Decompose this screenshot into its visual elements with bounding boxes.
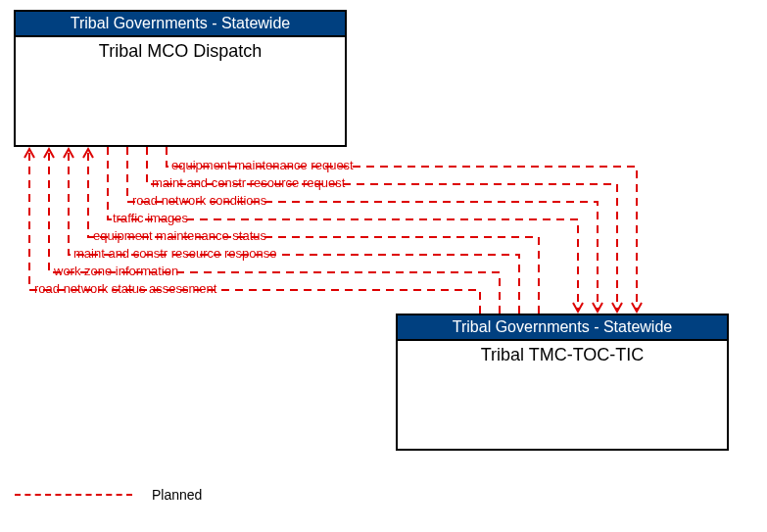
legend-dash-sample [15, 494, 132, 496]
flow-equipment-maintenance-status: equipment maintenance status [93, 228, 266, 243]
box1-header: Tribal Governments - Statewide [16, 12, 345, 37]
flow-maint-constr-resource-request: maint and constr resource request [152, 175, 345, 190]
flow-road-network-status-assessment: road network status assessment [34, 281, 216, 296]
box1-title: Tribal MCO Dispatch [16, 37, 345, 66]
box2-header: Tribal Governments - Statewide [398, 315, 727, 341]
flow-equipment-maintenance-request: equipment maintenance request [171, 158, 354, 172]
legend-planned-label: Planned [152, 487, 202, 503]
flow-traffic-images: traffic images [113, 211, 188, 225]
legend: Planned [15, 487, 202, 503]
box1-body [16, 66, 345, 144]
flow-road-network-conditions: road network conditions [132, 193, 266, 208]
flow-maint-constr-resource-response: maint and constr resource response [73, 246, 276, 261]
box2-body [398, 369, 727, 448]
box-tribal-tmc-toc-tic: Tribal Governments - Statewide Tribal TM… [396, 314, 729, 451]
flow-work-zone-information: work zone information [54, 264, 178, 278]
box-tribal-mco-dispatch: Tribal Governments - Statewide Tribal MC… [14, 10, 347, 147]
box2-title: Tribal TMC-TOC-TIC [398, 341, 727, 369]
